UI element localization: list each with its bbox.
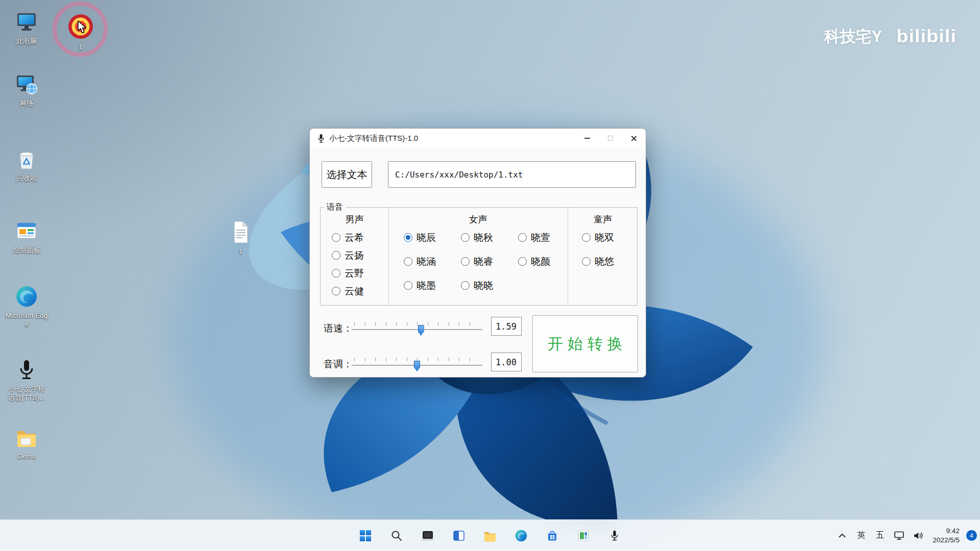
- file-path-input[interactable]: C:/Users/xxx/Desktop/1.txt: [388, 161, 636, 188]
- start-button[interactable]: [354, 524, 377, 547]
- radio-icon: [461, 257, 470, 266]
- radio-icon: [332, 269, 340, 278]
- microphone-icon: [15, 358, 38, 382]
- watermark: 科技宅Y bilibili: [824, 26, 957, 47]
- document-icon: [229, 220, 252, 244]
- bilibili-logo: bilibili: [896, 27, 957, 47]
- window-controls: [575, 129, 646, 148]
- file-explorer-button[interactable]: [479, 524, 501, 547]
- pitch-value-input[interactable]: 1.00: [491, 353, 522, 371]
- voice-option-label: 晓涵: [416, 255, 436, 268]
- window-mic-icon: [317, 134, 325, 143]
- photos-icon: [577, 529, 590, 542]
- tray-overflow-button[interactable]: [835, 525, 850, 546]
- desktop: 科技宅Y bilibili 此电脑: [0, 0, 980, 551]
- desktop-icon-recycle-bin[interactable]: 回收站: [5, 146, 48, 183]
- radio-icon: [332, 233, 340, 242]
- folder-icon: [483, 529, 497, 543]
- store-button[interactable]: [541, 524, 564, 547]
- select-text-button[interactable]: 选择文本: [322, 161, 372, 188]
- voice-option-yunye[interactable]: 云野: [332, 266, 364, 281]
- pitch-label: 音调：: [324, 358, 353, 371]
- ime-language-button[interactable]: 英: [853, 525, 869, 546]
- desktop-icon-network[interactable]: 网络: [5, 71, 48, 108]
- desktop-icon-control-panel[interactable]: 控制面板: [5, 218, 48, 255]
- voice-option-yunjian[interactable]: 云健: [332, 284, 364, 298]
- search-icon: [390, 530, 403, 542]
- minimize-button[interactable]: [575, 129, 599, 148]
- voice-option-xiaoxiao[interactable]: 晓晓: [461, 278, 518, 293]
- microphone-icon: [608, 529, 621, 542]
- dark-window-icon: [421, 529, 434, 542]
- voice-option-xiaoyou[interactable]: 晓悠: [582, 254, 614, 269]
- photos-app-button[interactable]: [572, 524, 595, 547]
- female-voice-header: 女声: [388, 213, 568, 226]
- voice-option-xiaoyan[interactable]: 晓颜: [518, 254, 575, 269]
- radio-icon: [332, 287, 340, 295]
- voice-option-xiaoxuan[interactable]: 晓萱: [518, 230, 575, 245]
- pitch-slider-thumb[interactable]: [414, 361, 420, 371]
- voice-option-xiaochen[interactable]: 晓辰: [404, 230, 461, 245]
- child-voice-list: 晓双 晓悠: [582, 230, 614, 269]
- tts-app-taskbar-button[interactable]: [603, 524, 626, 547]
- desktop-icon-tts-app[interactable]: 小七-文字转语音(TTS)...: [5, 357, 48, 403]
- male-voice-list: 云希 云扬 云野 云健: [332, 230, 364, 298]
- start-convert-button[interactable]: 开始转换: [532, 315, 638, 372]
- desktop-icon-demo[interactable]: Demo: [5, 424, 48, 461]
- edge-button[interactable]: [510, 524, 532, 547]
- voice-option-xiaoshuang[interactable]: 晓双: [582, 230, 614, 245]
- speed-slider[interactable]: [352, 321, 482, 336]
- voice-option-yunxi[interactable]: 云希: [332, 230, 364, 245]
- close-button[interactable]: [622, 129, 646, 148]
- recycle-bin-icon: [14, 146, 39, 172]
- voice-option-label: 晓晓: [474, 279, 493, 292]
- dark-app-button[interactable]: [416, 524, 439, 547]
- tray-date: 2022/5/5: [933, 536, 960, 545]
- monitor-icon: [15, 10, 38, 34]
- search-button[interactable]: [385, 524, 408, 547]
- taskbar: 英 五 9:42 2022/5/5 4: [0, 519, 980, 551]
- microphone-icon: [14, 357, 39, 383]
- clock-button[interactable]: 9:42 2022/5/5: [929, 527, 963, 544]
- slider-ticks: [354, 322, 480, 325]
- volume-button[interactable]: [911, 525, 926, 546]
- voice-option-label: 晓睿: [474, 255, 493, 268]
- desktop-icon-label: 网络: [20, 99, 34, 108]
- voice-option-yunyang[interactable]: 云扬: [332, 248, 364, 263]
- edge-browser-icon: [15, 285, 38, 308]
- voice-group-label: 语音: [324, 202, 346, 213]
- ethernet-icon: [894, 531, 904, 540]
- settings-panel-icon: [15, 219, 38, 243]
- maximize-button[interactable]: [599, 129, 622, 148]
- voice-option-xiaoqiu[interactable]: 晓秋: [461, 230, 518, 245]
- tray-time: 9:42: [946, 527, 960, 536]
- radio-icon: [582, 257, 591, 266]
- edge-browser-icon: [514, 529, 528, 542]
- female-voice-grid: 晓辰 晓秋 晓萱 晓涵 晓睿 晓颜 晓墨: [404, 230, 575, 293]
- ime-mode-button[interactable]: 五: [872, 525, 888, 546]
- network-icon: [14, 71, 39, 97]
- voice-option-label: 晓颜: [531, 255, 550, 268]
- mouse-cursor: [77, 20, 89, 34]
- voice-option-xiaomo[interactable]: 晓墨: [404, 278, 461, 293]
- desktop-icon-text-file[interactable]: 1: [219, 219, 262, 256]
- notification-badge[interactable]: 4: [966, 530, 977, 541]
- speed-value-input[interactable]: 1.59: [491, 317, 522, 336]
- titlebar[interactable]: 小七-文字转语音(TTS)-1.0: [310, 129, 646, 148]
- desktop-icon-edge[interactable]: Microsoft Edge: [5, 284, 48, 329]
- watermark-channel: 科技宅Y: [824, 26, 883, 47]
- network-button[interactable]: [891, 525, 907, 546]
- edge-icon: [14, 284, 39, 309]
- desktop-icon-label: 小七-文字转语音(TTS)...: [5, 385, 48, 403]
- voice-option-xiaohan[interactable]: 晓涵: [404, 254, 461, 269]
- this-pc-icon: [14, 9, 39, 35]
- voice-groupbox: 语音 男声 女声 童声 云希 云扬 云野 云健: [320, 207, 638, 306]
- desktop-icon-this-pc[interactable]: 此电脑: [5, 9, 48, 46]
- radio-icon: [332, 251, 340, 260]
- windows-logo-icon: [359, 529, 372, 542]
- speed-slider-thumb[interactable]: [418, 325, 424, 336]
- pitch-slider[interactable]: [352, 357, 482, 371]
- voice-option-xiaorui[interactable]: 晓睿: [461, 254, 518, 269]
- voice-option-label: 云健: [345, 285, 364, 298]
- task-view-button[interactable]: [448, 524, 470, 547]
